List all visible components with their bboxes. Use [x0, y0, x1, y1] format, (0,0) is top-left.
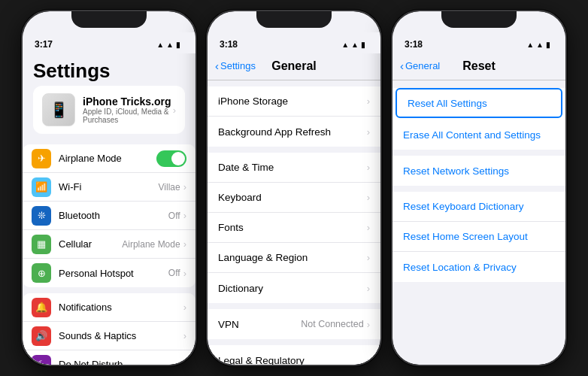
- background-refresh-row[interactable]: Background App Refresh ›: [208, 117, 380, 147]
- phone-1: 3:17 ▲ ▲ ▮ Settings 📱 iPhone Tricks.org: [21, 10, 197, 366]
- datetime-label: Date & Time: [218, 162, 367, 173]
- donotdisturb-label: Do Not Disturb: [59, 359, 183, 365]
- reset-network-group: Reset Network Settings: [393, 156, 565, 186]
- reset-misc-group: Reset Keyboard Dictionary Reset Home Scr…: [393, 192, 565, 282]
- phone-3: 3:18 ▲ ▲ ▮ ‹ General Reset: [391, 10, 567, 366]
- legal-row[interactable]: Legal & Regulatory ›: [208, 345, 380, 365]
- airplane-icon: ✈: [32, 149, 51, 168]
- erase-all-row[interactable]: Erase All Content and Settings: [393, 120, 565, 150]
- cellular-chevron: ›: [183, 238, 186, 250]
- reset-main-group: Reset All Settings Erase All Content and…: [393, 88, 565, 150]
- battery-icon-3: ▮: [546, 41, 550, 49]
- signal-icon: ▲: [156, 41, 164, 49]
- iphone-storage-row[interactable]: iPhone Storage ›: [208, 86, 380, 117]
- notifications-chevron: ›: [183, 302, 186, 313]
- cellular-icon: ▦: [32, 235, 51, 254]
- reset-homescreen-row[interactable]: Reset Home Screen Layout: [393, 222, 565, 252]
- legal-group: Legal & Regulatory ›: [208, 345, 380, 365]
- back-arrow-3: ‹: [400, 59, 404, 72]
- nav-title-3: Reset: [462, 59, 496, 73]
- reset-location-label: Reset Location & Privacy: [403, 262, 555, 273]
- bluetooth-value: Off: [168, 211, 180, 221]
- nav-back-3[interactable]: ‹ General: [400, 59, 440, 72]
- reset-homescreen-label: Reset Home Screen Layout: [403, 231, 555, 242]
- bluetooth-label: Bluetooth: [59, 210, 168, 221]
- donotdisturb-row[interactable]: ☾ Do Not Disturb ›: [23, 350, 195, 365]
- notch-2: [256, 11, 332, 28]
- background-refresh-label: Background App Refresh: [218, 126, 367, 138]
- cellular-value: Airplane Mode: [122, 239, 180, 250]
- reset-network-row[interactable]: Reset Network Settings: [393, 156, 565, 186]
- wifi-chevron: ›: [183, 181, 186, 193]
- notifications-row[interactable]: 🔔 Notifications ›: [23, 293, 195, 322]
- cellular-row[interactable]: ▦ Cellular Airplane Mode ›: [23, 230, 195, 259]
- status-bar-2: 3:18 ▲ ▲ ▮: [208, 32, 380, 53]
- bluetooth-chevron: ›: [183, 210, 186, 221]
- notch-1: [71, 11, 147, 28]
- dictionary-row[interactable]: Dictionary ›: [208, 273, 380, 303]
- signal-icon-2: ▲: [341, 41, 349, 49]
- reset-keyboard-row[interactable]: Reset Keyboard Dictionary: [393, 192, 565, 222]
- settings-header: Settings 📱 iPhone Tricks.org Apple ID, i…: [23, 53, 195, 144]
- hotspot-row[interactable]: ⊕ Personal Hotspot Off ›: [23, 259, 195, 287]
- status-icons-1: ▲ ▲ ▮: [156, 41, 180, 49]
- hotspot-value: Off: [168, 268, 180, 278]
- nav-bar-3: ‹ General Reset: [393, 53, 565, 80]
- refresh-chevron: ›: [367, 126, 370, 138]
- language-label: Language & Region: [218, 252, 367, 263]
- dictionary-chevron: ›: [367, 283, 370, 294]
- profile-sub: Apple ID, iCloud, Media & Purchases: [83, 108, 173, 124]
- bluetooth-icon: ❊: [32, 206, 51, 226]
- fonts-label: Fonts: [218, 222, 367, 233]
- iphone-profile[interactable]: 📱 iPhone Tricks.org Apple ID, iCloud, Me…: [33, 86, 185, 134]
- wifi-icon-row: 📶: [32, 177, 51, 197]
- general-list: iPhone Storage › Background App Refresh …: [208, 80, 380, 365]
- hotspot-label: Personal Hotspot: [59, 268, 168, 279]
- wifi-value: Villae: [159, 182, 180, 193]
- notch-3: [441, 11, 517, 28]
- sounds-row[interactable]: 🔊 Sounds & Haptics ›: [23, 322, 195, 350]
- bluetooth-row[interactable]: ❊ Bluetooth Off ›: [23, 202, 195, 230]
- keyboard-chevron: ›: [367, 192, 370, 203]
- hotspot-chevron: ›: [183, 268, 186, 279]
- datetime-group: Date & Time › Keyboard › Fonts › Langu: [208, 153, 380, 303]
- language-chevron: ›: [367, 252, 370, 263]
- vpn-row[interactable]: VPN Not Connected ›: [208, 309, 380, 339]
- datetime-row[interactable]: Date & Time ›: [208, 153, 380, 183]
- reset-network-label: Reset Network Settings: [403, 165, 555, 177]
- sounds-icon: 🔊: [32, 326, 51, 346]
- airplane-mode-row[interactable]: ✈ Airplane Mode: [23, 144, 195, 173]
- nav-back-2[interactable]: ‹ Settings: [215, 59, 256, 72]
- wifi-icon-3: ▲: [536, 41, 544, 49]
- wifi-row[interactable]: 📶 Wi-Fi Villae ›: [23, 173, 195, 202]
- reset-keyboard-label: Reset Keyboard Dictionary: [403, 201, 555, 212]
- vpn-group: VPN Not Connected ›: [208, 309, 380, 339]
- nav-bar-2: ‹ Settings General: [208, 53, 380, 80]
- keyboard-row[interactable]: Keyboard ›: [208, 183, 380, 213]
- sounds-chevron: ›: [183, 330, 186, 341]
- storage-group: iPhone Storage › Background App Refresh …: [208, 86, 380, 147]
- storage-chevron: ›: [367, 96, 370, 107]
- vpn-label: VPN: [218, 319, 301, 330]
- status-time-2: 3:18: [220, 39, 238, 50]
- notifications-label: Notifications: [59, 302, 183, 313]
- status-time-3: 3:18: [405, 39, 423, 50]
- reset-location-row[interactable]: Reset Location & Privacy: [393, 252, 565, 282]
- fonts-row[interactable]: Fonts ›: [208, 213, 380, 243]
- nav-back-label-3: General: [405, 60, 440, 71]
- language-row[interactable]: Language & Region ›: [208, 243, 380, 273]
- status-icons-3: ▲ ▲ ▮: [526, 41, 550, 49]
- reset-list: Reset All Settings Erase All Content and…: [393, 80, 565, 288]
- legal-label: Legal & Regulatory: [218, 355, 367, 365]
- notifications-icon: 🔔: [32, 298, 51, 317]
- hotspot-icon: ⊕: [32, 263, 51, 283]
- keyboard-label: Keyboard: [218, 192, 367, 203]
- status-time-1: 3:17: [35, 39, 53, 50]
- datetime-chevron: ›: [367, 162, 370, 173]
- reset-all-settings-row[interactable]: Reset All Settings: [396, 88, 562, 118]
- battery-icon: ▮: [176, 41, 180, 49]
- airplane-label: Airplane Mode: [59, 153, 156, 164]
- status-bar-3: 3:18 ▲ ▲ ▮: [393, 32, 565, 53]
- airplane-toggle[interactable]: [156, 150, 186, 167]
- status-icons-2: ▲ ▲ ▮: [341, 41, 365, 49]
